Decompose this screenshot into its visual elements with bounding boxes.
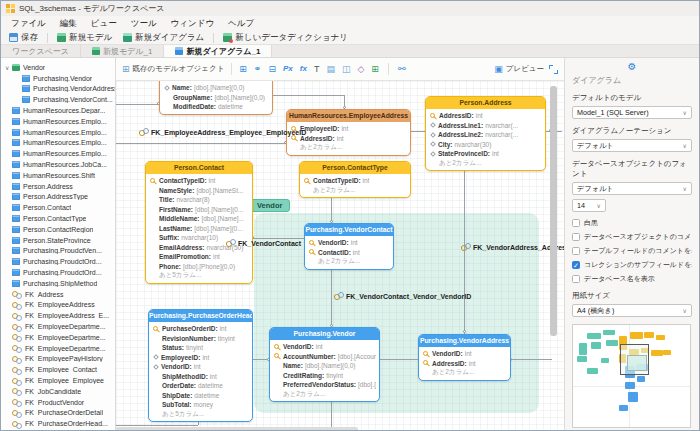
gear-icon[interactable]: ⚙	[628, 61, 637, 72]
fk-icon	[12, 290, 22, 298]
sidebar-item-purchasing-proudctord[interactable]: Purchasing.ProudctOrd...	[1, 267, 115, 278]
entity-purchasing-purchaseorderheader[interactable]: Purchasing.PurchaseOrderHeaderPurchaseOr…	[148, 309, 253, 422]
toolbar-button-[interactable]: 新しいデータディクショナリ	[219, 32, 352, 44]
sidebar-item-vendor[interactable]: ∨Vendor	[1, 62, 115, 73]
foreign-key-icon[interactable]: ⚭	[254, 65, 262, 74]
sidebar-item-label: Purchasing.ProudctVen...	[23, 247, 102, 254]
checkbox-row-[interactable]: 白黒	[572, 218, 692, 228]
subject-area-label[interactable]: Vendor	[249, 199, 290, 212]
entity-field-row: RevisionNumber:tinyint	[153, 334, 249, 344]
sidebar-item-fk-purchaseorderdetail[interactable]: FK_PurchaseOrderDetail	[1, 408, 115, 419]
sidebar-item-fk-employeedepartme[interactable]: FK_EmployeeDepartme...	[1, 321, 115, 332]
entity-purchasing-vendorcontact[interactable]: Purchasing.VendorContactVendorID:intCont…	[304, 223, 394, 270]
sidebar-item-fk-employeedepartme[interactable]: FK_EmployeeDepartme...	[1, 332, 115, 343]
tab-1[interactable]: 新規ダイアグラム_1	[164, 45, 272, 57]
sidebar-item-fk-employeedepartme[interactable]: FK_EmployeeDepartme...	[1, 343, 115, 354]
sidebar-item-person-contactregion[interactable]: Person.ContactRegion	[1, 224, 115, 235]
sidebar-item-humanresources-depar[interactable]: HumanResources.Depar...	[1, 105, 115, 116]
toolbar-button-[interactable]: 新規モデル	[53, 32, 116, 44]
sidebar-item-purchasing-shipmethod[interactable]: Purchasing.ShipMethod	[1, 278, 115, 289]
toolbar-button-[interactable]: 新規ダイアグラム	[119, 32, 208, 44]
fullscreen-icon[interactable]	[549, 65, 558, 74]
menu-item-[interactable]: 編集	[53, 18, 84, 30]
checkbox-row-[interactable]: テーブルフィールドのコメントを表示	[572, 246, 692, 256]
sidebar-item-person-contact[interactable]: Person.Contact	[1, 202, 115, 213]
preview-button[interactable]: ▣ プレビュー	[494, 64, 544, 74]
toolbar-button-[interactable]: 保存	[5, 32, 42, 44]
sidebar-item-person-address[interactable]: Person.Address	[1, 181, 115, 192]
table-icon[interactable]: ⊞	[239, 65, 247, 74]
checkbox-row-[interactable]: ✓コレクションのサブフィールドを表示	[572, 260, 692, 270]
shape-icon[interactable]: ◇	[357, 65, 364, 74]
canvas-horizontal-scrollbar[interactable]	[116, 427, 358, 431]
field-name: EmployeeID:	[161, 354, 200, 361]
model-objects-button[interactable]: ⊞ 既存のモデルオブジェクト	[122, 64, 224, 74]
entity-purchasing-vendor[interactable]: Purchasing.VendorVendorID:intAccountNumb…	[269, 327, 380, 402]
sidebar-item-person-stateprovince[interactable]: Person.StateProvince	[1, 235, 115, 246]
db-object-font-select[interactable]: デフォルト ∨	[572, 182, 692, 195]
entity-purchasing-vendoraddress[interactable]: Purchasing.VendorAddressVendorID:intAddr…	[418, 334, 511, 381]
add-table-icon[interactable]: ⊞	[371, 65, 379, 74]
canvas-vertical-scrollbar[interactable]	[550, 86, 557, 336]
notation-select[interactable]: デフォルト ∨	[572, 139, 692, 152]
sidebar-item-fk-employeeaddress[interactable]: FK_EmployeeAddress	[1, 300, 115, 311]
checkbox[interactable]	[572, 275, 580, 283]
sidebar-item-humanresources-emplo[interactable]: HumanResources.Emplo...	[1, 138, 115, 149]
sidebar-item-person-addresstype[interactable]: Person.AddressType	[1, 192, 115, 203]
sidebar-item-purchasing-vendoraddress[interactable]: Purchasing.VendorAddress	[1, 84, 115, 95]
sidebar-item-fk-employeepayhistory[interactable]: FK_EmployeePayHistory	[1, 354, 115, 365]
minimap[interactable]	[572, 324, 691, 428]
menu-item-[interactable]: ツール	[124, 18, 164, 30]
function-icon[interactable]: fx	[300, 65, 307, 73]
relationship-label-fk-vendoraddress-address[interactable]: FK_VendorAddress_Address...	[461, 243, 564, 251]
entity-partial-top-entity[interactable]: Name:[dbo].[Name](0,0)GroupName:[dbo].[N…	[159, 81, 273, 115]
sidebar-item-humanresources-emplo[interactable]: HumanResources.Emplo...	[1, 116, 115, 127]
relationship-label-fk-vendorcontact[interactable]: FK_VendorContact	[226, 239, 301, 247]
font-size-select[interactable]: 14 ∨	[572, 199, 606, 212]
menu-item-[interactable]: ビュー	[84, 18, 124, 30]
auto-layout-icon[interactable]: ⚯	[398, 65, 406, 74]
checkbox[interactable]	[572, 247, 580, 255]
menu-item-[interactable]: ウィンドウ	[164, 18, 222, 30]
tab-1[interactable]: 新規モデル_1	[81, 45, 164, 57]
sidebar-item-humanresources-emplo[interactable]: HumanResources.Emplo...	[1, 127, 115, 138]
checkbox[interactable]	[572, 219, 580, 227]
default-model-select[interactable]: Model_1 (SQL Server) ∨	[572, 106, 692, 119]
relationship-label-fk-employeeaddress-employee-employeeid[interactable]: FK_EmployeeAddress_Employee_EmployeeID	[139, 128, 306, 136]
sidebar-item-purchasing-vendor[interactable]: Purchasing.Vendor	[1, 73, 115, 84]
image-icon[interactable]: ◫	[342, 65, 351, 74]
view-icon[interactable]: ⊟	[268, 65, 276, 74]
sidebar-item-fk-productvendor[interactable]: FK_ProductVendor	[1, 397, 115, 408]
text-icon[interactable]: T	[314, 65, 320, 74]
sidebar-item-purchasing-proudctord[interactable]: Purchasing.ProudctOrd...	[1, 256, 115, 267]
tab-[interactable]: ワークスペース	[1, 45, 81, 57]
sidebar-item-person-contacttype[interactable]: Person.ContactType	[1, 213, 115, 224]
sidebar-item-fk-employee-contact[interactable]: FK_Employee_Contact	[1, 364, 115, 375]
checkbox[interactable]: ✓	[572, 261, 580, 269]
diagram-canvas[interactable]: VendorName:[dbo].[Name](0,0)GroupName:[d…	[116, 81, 564, 431]
sidebar-item-fk-address[interactable]: FK_Address	[1, 289, 115, 300]
paper-size-select[interactable]: A4 (横向き) ∨	[572, 304, 692, 317]
menu-item-[interactable]: ファイル	[4, 18, 53, 30]
sidebar-item-fk-jobcandidate[interactable]: FK_JobCandidate	[1, 386, 115, 397]
sidebar-item-humanresources-jobca[interactable]: HumanResources.JobCa...	[1, 159, 115, 170]
sidebar-item-fk-employee-employee[interactable]: FK_Employee_Employee	[1, 375, 115, 386]
note-icon[interactable]: ▤	[326, 65, 335, 74]
entity-person-address[interactable]: Person.AddressAddressID:intAddressLine1:…	[425, 96, 546, 171]
sidebar-item-humanresources-emplo[interactable]: HumanResources.Emplo...	[1, 148, 115, 159]
checkbox-row-[interactable]: データベースオブジェクトのコメントを表	[572, 232, 692, 242]
sidebar-item-fk-purchaseorderhead[interactable]: FK_PurchaseOrderHead...	[1, 418, 115, 429]
expander-icon[interactable]: ∨	[5, 64, 12, 71]
entity-person-contact[interactable]: Person.ContactContactTypeID:intNameStyle…	[145, 161, 253, 284]
sidebar-item-purchasing-proudctven[interactable]: Purchasing.ProudctVen...	[1, 246, 115, 257]
checkbox-row-[interactable]: データベース名を表示	[572, 274, 692, 284]
sidebar-item-purchasing-vendorcont[interactable]: Purchasing.VendorCont...	[1, 94, 115, 105]
relationship-label-fk-vendorcontact-vendor-vendorid[interactable]: FK_VendorContact_Vendor_VendorID	[334, 292, 471, 300]
menu-item-[interactable]: ヘルプ	[221, 18, 261, 30]
sidebar-item-humanresources-shift[interactable]: HumanResources.Shift	[1, 170, 115, 181]
procedure-icon[interactable]: Px	[283, 65, 293, 73]
sidebar-item-fk-employeeaddress-e[interactable]: FK_EmployeeAddress_E...	[1, 310, 115, 321]
entity-more-row: あと2カラム...	[309, 257, 390, 267]
checkbox[interactable]	[572, 233, 580, 241]
entity-person-contacttype[interactable]: Person.ContactTypeContactTypeID:intあと2カラ…	[299, 161, 411, 198]
